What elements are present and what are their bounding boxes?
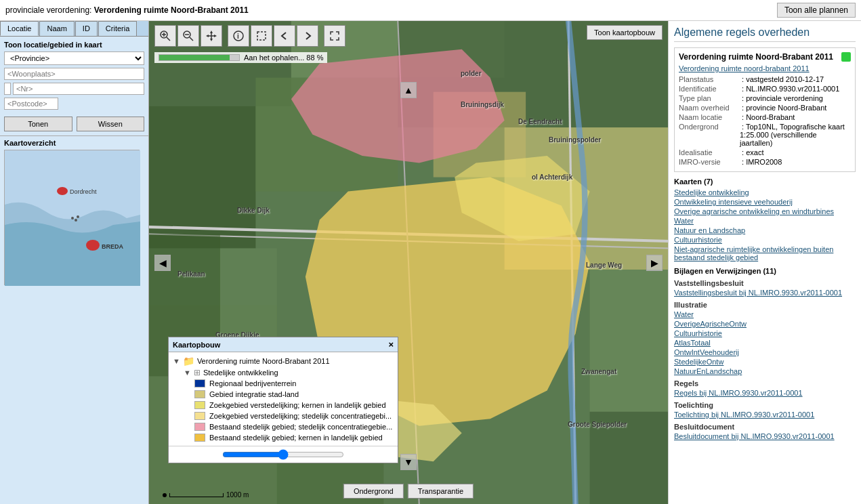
legend-label: Bestaand stedelijk gebied; stedelijk con… [209, 423, 392, 431]
transparency-slider[interactable] [222, 449, 344, 460]
straatnaam-input[interactable] [4, 83, 11, 95]
map-container[interactable]: i Toon kaartopbouw Aan het ophalen... 88… [149, 21, 668, 504]
scale-dot [163, 493, 167, 497]
forward-button[interactable] [297, 25, 318, 47]
bijlagen-item-link[interactable]: StedelijkeOntw [674, 358, 856, 366]
nav-right-button[interactable]: ▶ [646, 255, 663, 271]
info-button[interactable]: i [228, 25, 249, 47]
legend-label: Zoekgebied verstedelijking; kernen in la… [209, 401, 386, 409]
plan-val: : IMRO2008 [740, 158, 782, 166]
scale-label: 1000 m [226, 491, 249, 499]
select-button[interactable] [251, 25, 272, 47]
transparantie-button[interactable]: Transparantie [408, 484, 474, 499]
kaartopbouw-close-button[interactable]: × [388, 339, 394, 350]
legend-item: Zoekgebied verstedelijking; stedelijk co… [173, 411, 394, 421]
tab-id[interactable]: ID [75, 21, 98, 36]
kaart-link[interactable]: Water [674, 217, 856, 225]
plan-key: Idealisatie [679, 148, 740, 156]
legend-item: Regionaal bedrijventerrein [173, 378, 394, 389]
plan-key: Planstatus [679, 75, 740, 83]
kaart-link[interactable]: Ontwikkeling intensieve veehouderij [674, 198, 856, 206]
bijlagen-category-title: Illustratie [674, 301, 856, 309]
bijlagen-item-link[interactable]: Besluitdocument bij NL.IMRO.9930.vr2011-… [674, 432, 856, 440]
mini-map-svg: Dordrecht BREDA [5, 150, 140, 286]
provincie-select[interactable]: <Provincie> [4, 51, 144, 65]
postcode-input[interactable] [4, 98, 58, 110]
legend-label: Bestaand stedelijk gebied; kernen in lan… [209, 434, 383, 442]
bijlagen-item-link[interactable]: Regels bij NL.IMRO.9930.vr2011-0001 [674, 389, 856, 397]
plan-box-title: Verordening ruimte Noord-Brabant 2011 [679, 52, 851, 62]
bijlagen-item-link[interactable]: OverigeAgrischeOntw [674, 320, 856, 328]
bijlagen-item-link[interactable]: Water [674, 310, 856, 318]
zoom-in-button[interactable] [154, 25, 176, 47]
tabs: Locatie Naam ID Criteria [0, 21, 148, 37]
bijlagen-item-link[interactable]: Vaststellingsbesluit bij NL.IMRO.9930.vr… [674, 289, 856, 297]
svg-line-31 [167, 37, 170, 41]
tree-child-expand-icon[interactable]: ▼ [184, 369, 191, 377]
right-panel-heading: Algemene regels overheden [674, 26, 856, 42]
tree-expand-icon[interactable]: ▼ [173, 357, 180, 365]
kaarten-list: Stedelijke ontwikkelingOntwikkeling inte… [674, 188, 856, 261]
plan-info-box: Verordening ruimte Noord-Brabant 2011 Ve… [674, 47, 856, 172]
plan-key: Identificatie [679, 85, 740, 93]
tab-naam[interactable]: Naam [39, 21, 74, 36]
nav-left-button[interactable]: ◀ [154, 255, 171, 271]
right-panel: Algemene regels overheden Verordening ru… [668, 21, 861, 504]
bijlagen-category-title: Besluitdocument [674, 423, 856, 431]
svg-rect-26 [590, 270, 668, 412]
tree-child-item[interactable]: ▼ ⊞ Stedelijke ontwikkeling [173, 367, 394, 378]
zoom-out-button[interactable] [177, 25, 199, 47]
toon-kaartopbouw-button[interactable]: Toon kaartopbouw [587, 25, 663, 40]
woonplaats-input[interactable] [4, 68, 144, 80]
legend-color-swatch [194, 379, 205, 387]
plan-detail-row: Naam locatie : Noord-Brabant [679, 113, 851, 121]
folder-icon: 📁 [183, 356, 194, 366]
kaart-link[interactable]: Cultuurhistorie [674, 236, 856, 244]
kaart-link[interactable]: Overige agrarische ontwikkeling en windt… [674, 207, 856, 215]
bijlagen-item-link[interactable]: Toelichting bij NL.IMRO.9930.vr2011-0001 [674, 411, 856, 419]
plan-detail-row: Planstatus : vastgesteld 2010-12-17 [679, 75, 851, 83]
kaart-link[interactable]: Stedelijke ontwikkeling [674, 188, 856, 196]
nav-bottom-button[interactable]: ▼ [400, 454, 417, 470]
bijlagen-item-link[interactable]: NatuurEnLandschap [674, 367, 856, 375]
plan-val: : Top10NL, Topografische kaart 1:25.000 … [740, 123, 851, 147]
svg-point-3 [86, 240, 100, 251]
svg-marker-38 [210, 39, 213, 41]
legend-item: Zoekgebied verstedelijking; kernen in la… [173, 400, 394, 411]
green-status-icon [841, 52, 851, 62]
bijlagen-item-link[interactable]: OntwIntVeehouderij [674, 348, 856, 356]
legend-color-swatch [194, 390, 205, 398]
progress-bar-fill [159, 55, 230, 60]
legend-color-swatch [194, 412, 205, 420]
wissen-button[interactable]: Wissen [77, 117, 145, 131]
main-layout: Locatie Naam ID Criteria Toon locatie/ge… [0, 21, 861, 504]
tab-locatie[interactable]: Locatie [0, 21, 39, 36]
plan-val: : Noord-Brabant [740, 113, 795, 121]
plan-val: : exact [740, 148, 763, 156]
nav-top-button[interactable]: ▲ [400, 82, 417, 98]
topbar-plan-title: provinciale verordening: Verordening rui… [5, 5, 249, 15]
map-toolbar: i [154, 25, 345, 47]
layer-group-icon: ⊞ [194, 368, 201, 377]
tree-root-item[interactable]: ▼ 📁 Verordening ruimte Noord-Brabant 201… [173, 355, 394, 367]
mini-map: Dordrecht BREDA [4, 150, 140, 285]
nr-input[interactable] [13, 83, 144, 95]
fullscreen-button[interactable] [324, 25, 345, 47]
kaart-link[interactable]: Natuur en Landschap [674, 226, 856, 234]
bijlagen-item-link[interactable]: Cultuurhistorie [674, 329, 856, 337]
tonen-button[interactable]: Tonen [4, 117, 72, 131]
location-form-label: Toon locatie/gebied in kaart [4, 41, 144, 49]
toon-alle-button[interactable]: Toon alle plannen [777, 3, 856, 18]
kaartoverzicht-title: Kaartoverzicht [4, 139, 144, 147]
pan-button[interactable] [201, 25, 222, 47]
kaartoverzicht: Kaartoverzicht Dordrecht BREDA [0, 135, 148, 504]
plan-key: Naam locatie [679, 113, 740, 121]
legend-color-swatch [194, 434, 205, 442]
tab-criteria[interactable]: Criteria [98, 21, 137, 36]
svg-text:Dordrecht: Dordrecht [70, 188, 97, 195]
back-button[interactable] [274, 25, 295, 47]
plan-box-link[interactable]: Verordening ruimte noord-brabant 2011 [679, 64, 851, 72]
ondergrond-button[interactable]: Ondergrond [343, 484, 404, 499]
bijlagen-item-link[interactable]: AtlasTotaal [674, 339, 856, 347]
kaart-link[interactable]: Niet-agrarische ruimtelijke ontwikkeling… [674, 245, 856, 261]
